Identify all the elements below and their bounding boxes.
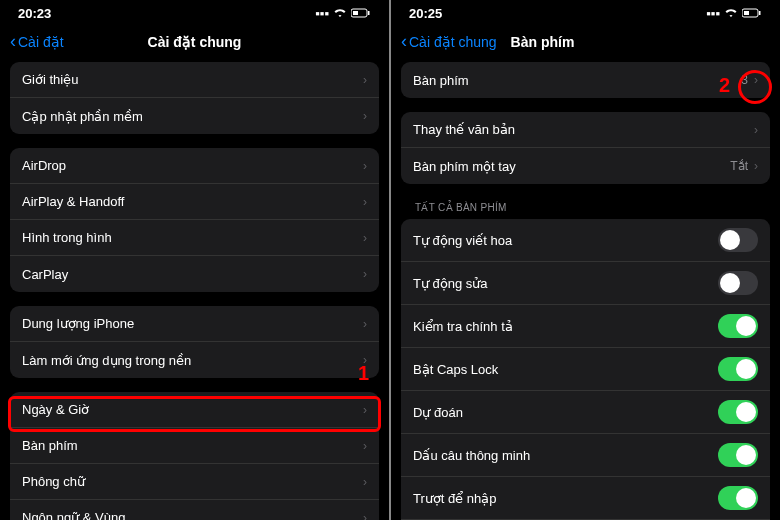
signal-icon: ▪▪▪ xyxy=(706,6,720,21)
page-title: Cài đặt chung xyxy=(148,34,242,50)
toggle-switch[interactable] xyxy=(718,400,758,424)
chevron-left-icon: ‹ xyxy=(10,31,16,52)
settings-row[interactable]: AirDrop › xyxy=(10,148,379,184)
chevron-right-icon: › xyxy=(754,159,758,173)
group-connectivity: AirDrop › AirPlay & Handoff › Hình trong… xyxy=(10,148,379,292)
toggle-row: Kiểm tra chính tả xyxy=(401,305,770,348)
status-time: 20:25 xyxy=(409,6,442,21)
group-text-replace: Thay thế văn bản › Bàn phím một tay Tắt … xyxy=(401,112,770,184)
row-label: CarPlay xyxy=(22,267,363,282)
nav-bar: ‹ Cài đặt chung Bàn phím xyxy=(391,23,780,62)
svg-rect-1 xyxy=(353,11,358,15)
toggle-row: Tự động viết hoa xyxy=(401,219,770,262)
toggle-row: Bật Caps Lock xyxy=(401,348,770,391)
status-bar: 20:23 ▪▪▪ xyxy=(0,0,389,23)
phone-left: 20:23 ▪▪▪ ‹ Cài đặt Cài đặt chung Giới t… xyxy=(0,0,389,520)
content: Bàn phím 3 › Thay thế văn bản › Bàn phím… xyxy=(391,62,780,520)
svg-rect-4 xyxy=(744,11,749,15)
back-button[interactable]: ‹ Cài đặt xyxy=(10,31,64,52)
row-label: Giới thiệu xyxy=(22,72,363,87)
group-about: Giới thiệu › Cập nhật phần mềm › xyxy=(10,62,379,134)
row-label: AirDrop xyxy=(22,158,363,173)
back-button[interactable]: ‹ Cài đặt chung xyxy=(401,31,497,52)
chevron-right-icon: › xyxy=(363,511,367,521)
chevron-right-icon: › xyxy=(363,475,367,489)
row-value: Tắt xyxy=(730,159,748,173)
settings-row[interactable]: Dung lượng iPhone › xyxy=(10,306,379,342)
phone-right: 20:25 ▪▪▪ ‹ Cài đặt chung Bàn phím Bàn p… xyxy=(391,0,780,520)
signal-icon: ▪▪▪ xyxy=(315,6,329,21)
row-label: Tự động sửa xyxy=(413,276,718,291)
chevron-right-icon: › xyxy=(363,317,367,331)
settings-row[interactable]: Thay thế văn bản › xyxy=(401,112,770,148)
toggle-row: Tự động sửa xyxy=(401,262,770,305)
toggle-switch[interactable] xyxy=(718,443,758,467)
toggle-row: Dự đoán xyxy=(401,391,770,434)
status-icons: ▪▪▪ xyxy=(315,6,371,21)
wifi-icon xyxy=(333,6,347,21)
svg-rect-5 xyxy=(759,11,761,15)
settings-row[interactable]: Ngôn ngữ & Vùng › xyxy=(10,500,379,520)
chevron-right-icon: › xyxy=(363,195,367,209)
row-label: Ngôn ngữ & Vùng xyxy=(22,510,363,520)
chevron-right-icon: › xyxy=(363,159,367,173)
settings-row[interactable]: Làm mới ứng dụng trong nền › xyxy=(10,342,379,378)
status-bar: 20:25 ▪▪▪ xyxy=(391,0,780,23)
settings-row[interactable]: AirPlay & Handoff › xyxy=(10,184,379,220)
settings-row[interactable]: Phông chữ › xyxy=(10,464,379,500)
toggle-switch[interactable] xyxy=(718,357,758,381)
chevron-right-icon: › xyxy=(754,123,758,137)
row-label: Bàn phím một tay xyxy=(413,159,730,174)
row-label: Dấu câu thông minh xyxy=(413,448,718,463)
row-label: Tự động viết hoa xyxy=(413,233,718,248)
back-label: Cài đặt xyxy=(18,34,64,50)
svg-rect-2 xyxy=(368,11,370,15)
page-title: Bàn phím xyxy=(511,34,575,50)
wifi-icon xyxy=(724,6,738,21)
settings-row[interactable]: Bàn phím một tay Tắt › xyxy=(401,148,770,184)
chevron-right-icon: › xyxy=(363,109,367,123)
row-label: Trượt để nhập xyxy=(413,491,718,506)
row-label: Bàn phím xyxy=(22,438,363,453)
toggle-row: Dấu câu thông minh xyxy=(401,434,770,477)
toggle-switch[interactable] xyxy=(718,486,758,510)
chevron-right-icon: › xyxy=(363,403,367,417)
settings-row[interactable]: Bàn phím › xyxy=(10,428,379,464)
row-label: Bật Caps Lock xyxy=(413,362,718,377)
settings-row[interactable]: Ngày & Giờ › xyxy=(10,392,379,428)
row-label: Cập nhật phần mềm xyxy=(22,109,363,124)
settings-row[interactable]: CarPlay › xyxy=(10,256,379,292)
chevron-right-icon: › xyxy=(363,73,367,87)
back-label: Cài đặt chung xyxy=(409,34,497,50)
row-label: Hình trong hình xyxy=(22,230,363,245)
row-label: Bàn phím xyxy=(413,73,741,88)
group-datetime: Ngày & Giờ › Bàn phím › Phông chữ › Ngôn… xyxy=(10,392,379,520)
battery-icon xyxy=(742,6,762,21)
toggle-switch[interactable] xyxy=(718,271,758,295)
row-label: Kiểm tra chính tả xyxy=(413,319,718,334)
status-icons: ▪▪▪ xyxy=(706,6,762,21)
group-storage: Dung lượng iPhone › Làm mới ứng dụng tro… xyxy=(10,306,379,378)
toggle-switch[interactable] xyxy=(718,314,758,338)
row-label: Phông chữ xyxy=(22,474,363,489)
nav-bar: ‹ Cài đặt Cài đặt chung xyxy=(0,23,389,62)
status-time: 20:23 xyxy=(18,6,51,21)
row-label: Làm mới ứng dụng trong nền xyxy=(22,353,363,368)
chevron-right-icon: › xyxy=(363,231,367,245)
row-label: Dự đoán xyxy=(413,405,718,420)
content: Giới thiệu › Cập nhật phần mềm › AirDrop… xyxy=(0,62,389,520)
group-keyboards: Bàn phím 3 › xyxy=(401,62,770,98)
annotation-2: 2 xyxy=(719,74,730,97)
settings-row[interactable]: Giới thiệu › xyxy=(10,62,379,98)
chevron-left-icon: ‹ xyxy=(401,31,407,52)
row-label: Ngày & Giờ xyxy=(22,402,363,417)
group-toggles: Tự động viết hoa Tự động sửa Kiểm tra ch… xyxy=(401,219,770,520)
annotation-1: 1 xyxy=(358,362,369,385)
settings-row[interactable]: Cập nhật phần mềm › xyxy=(10,98,379,134)
settings-row[interactable]: Bàn phím 3 › xyxy=(401,62,770,98)
settings-row[interactable]: Hình trong hình › xyxy=(10,220,379,256)
row-label: AirPlay & Handoff xyxy=(22,194,363,209)
toggle-row: Trượt để nhập xyxy=(401,477,770,520)
toggle-switch[interactable] xyxy=(718,228,758,252)
section-header: TẤT CẢ BÀN PHÍM xyxy=(401,198,770,219)
